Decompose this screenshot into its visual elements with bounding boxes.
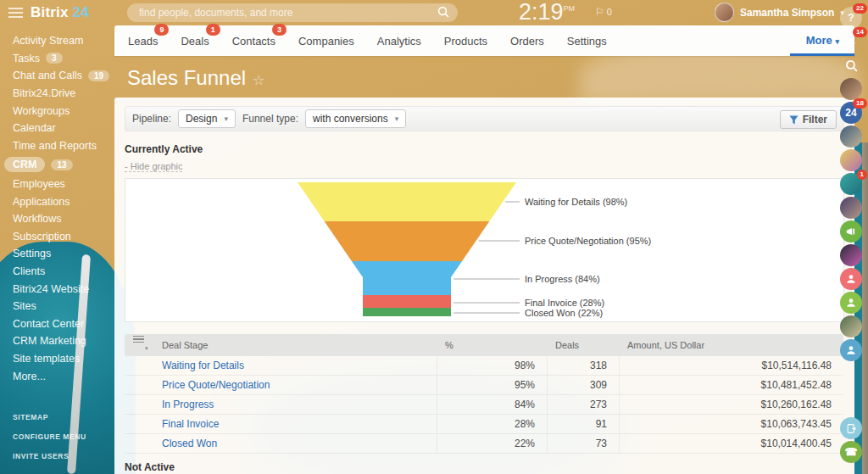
tab-contacts[interactable]: Contacts3	[232, 35, 275, 47]
rail-phone-icon[interactable]: ☎	[840, 441, 862, 463]
sidebar-item-label: Applications	[13, 196, 70, 208]
cell-percent: 95%	[437, 376, 547, 394]
funnel-segment-price-quote-negotiation[interactable]	[325, 221, 490, 261]
clock[interactable]: 2:19PM	[519, 0, 575, 25]
deal-stage-link[interactable]: Final Invoice	[162, 418, 219, 430]
column-header-amount[interactable]: Amount, US Dollar	[619, 340, 843, 350]
rail-avatar-5-icon[interactable]	[840, 244, 862, 266]
sidebar-item-clients[interactable]: Clients	[0, 263, 114, 281]
funnel-type-select[interactable]: with conversions▾	[305, 109, 406, 128]
cell-amount: $10,514,116.48	[619, 356, 843, 375]
column-header-deals[interactable]: Deals	[547, 340, 619, 350]
funnel-segment-in-progress[interactable]	[352, 261, 462, 295]
deal-stage-link[interactable]: Price Quote/Negotiation	[162, 379, 270, 391]
column-header-deal-stage[interactable]: Deal Stage	[153, 340, 437, 350]
rail-help-icon[interactable]: ?22	[840, 7, 862, 29]
flag-counter[interactable]: ⚐0	[595, 6, 612, 18]
rail-badge: 18	[853, 98, 867, 109]
sidebar-footer-links: SITEMAPCONFIGURE MENUINVITE USERS	[13, 413, 86, 471]
sidebar-item-label: Bitrix24.Drive	[13, 87, 75, 99]
sidebar-item-badge: 3	[46, 53, 63, 64]
rail-notifications-icon[interactable]: 14	[840, 31, 862, 53]
column-header-percent[interactable]: %	[437, 340, 547, 350]
sidebar-item-bitrix24-website[interactable]: Bitrix24 Website	[0, 280, 114, 298]
table-settings-icon[interactable]: ▾	[133, 336, 144, 355]
tab-analytics[interactable]: Analytics	[377, 35, 421, 47]
sidebar-link-invite-users[interactable]: INVITE USERS	[13, 452, 86, 460]
cell-deals: 318	[547, 356, 619, 375]
sidebar-item-workgroups[interactable]: Workgroups	[0, 102, 114, 120]
sidebar-item-site-templates[interactable]: Site templates	[0, 350, 114, 368]
sidebar-item-employees[interactable]: Employees	[0, 176, 114, 193]
rail-avatar-2-icon[interactable]	[840, 125, 862, 148]
chevron-down-icon: ▾	[224, 114, 228, 123]
sidebar-item-sites[interactable]: Sites	[0, 298, 114, 315]
user-menu[interactable]: Samantha Simpson ▾	[715, 3, 844, 22]
rail-avatar-4-icon[interactable]	[840, 197, 862, 219]
sidebar-item-subscription[interactable]: Subscription	[0, 228, 114, 246]
rail-search-icon[interactable]	[840, 54, 862, 76]
sidebar-item-crm-marketing[interactable]: CRM Marketing	[0, 332, 114, 350]
tab-orders[interactable]: Orders	[510, 35, 544, 47]
sidebar-item-crm[interactable]: CRM13	[0, 154, 114, 176]
sidebar-item-contact-center[interactable]: Contact Center	[0, 315, 114, 333]
tab-deals[interactable]: Deals1	[181, 35, 209, 47]
funnel-label: In Progress (84%)	[525, 274, 600, 284]
sidebar-item-activity-stream[interactable]: Activity Stream	[0, 32, 114, 50]
tab-companies[interactable]: Companies	[298, 35, 354, 47]
tab-leads[interactable]: Leads9	[128, 35, 158, 47]
currently-active-title: Currently Active	[125, 143, 844, 155]
favorite-star-icon[interactable]: ☆	[253, 73, 264, 87]
cell-deals: 309	[547, 376, 619, 394]
rail-contact-blue-icon[interactable]	[840, 339, 862, 361]
pipeline-select[interactable]: Design▾	[178, 109, 236, 128]
bitrix24-logo[interactable]: Bitrix 24	[31, 4, 89, 21]
table-row-gutter	[125, 376, 153, 394]
global-search-input[interactable]	[127, 3, 458, 22]
deal-stage-link[interactable]: Closed Won	[162, 438, 217, 449]
rail-avatar-1-icon[interactable]	[840, 78, 862, 100]
tab-settings[interactable]: Settings	[567, 35, 607, 47]
rail-contact-pink-icon[interactable]	[840, 268, 862, 290]
rail-bitrix24-icon[interactable]: 2418	[840, 102, 862, 124]
funnel-segment-closed-won[interactable]	[363, 308, 451, 316]
hamburger-menu-icon[interactable]	[8, 8, 23, 18]
rail-avatar-3-icon[interactable]	[840, 149, 862, 171]
deal-stage-link[interactable]: Waiting for Details	[162, 360, 244, 371]
sidebar-item-applications[interactable]: Applications	[0, 192, 114, 210]
hide-graphic-link[interactable]: - Hide graphic	[125, 161, 182, 172]
sidebar-item-chat-and-calls[interactable]: Chat and Calls19	[0, 67, 114, 85]
sidebar-item-bitrix24-drive[interactable]: Bitrix24.Drive	[0, 85, 114, 103]
sidebar-item-calendar[interactable]: Calendar	[0, 120, 114, 137]
rail-badge: 14	[853, 27, 867, 37]
sidebar-item-workflows[interactable]: Workflows	[0, 210, 114, 228]
cell-amount: $10,063,743.45	[619, 415, 843, 433]
sidebar-item-time-and-reports[interactable]: Time and Reports	[0, 137, 114, 155]
search-icon[interactable]	[437, 6, 449, 18]
rail-share-document-icon[interactable]	[840, 417, 862, 439]
sidebar-item-tasks[interactable]: Tasks3	[0, 50, 114, 68]
sidebar-item-more[interactable]: More...	[0, 367, 114, 385]
flag-icon: ⚐	[595, 6, 604, 18]
rail-avatar-6-icon[interactable]	[840, 315, 862, 337]
funnel-type-label: Funnel type:	[242, 113, 298, 125]
rail-marketing-icon[interactable]	[840, 220, 862, 243]
sidebar-link-configure-menu[interactable]: CONFIGURE MENU	[13, 432, 86, 441]
nav-more-button[interactable]: More ▾	[806, 34, 839, 47]
funnel-segment-final-invoice[interactable]	[363, 295, 451, 308]
funnel-segment-waiting-for-details[interactable]	[298, 182, 516, 221]
sidebar-link-sitemap[interactable]: SITEMAP	[13, 413, 86, 421]
rail-badge: 22	[853, 3, 867, 14]
rail-contact-green-icon[interactable]	[840, 292, 862, 314]
rail-chat-icon[interactable]: 1	[840, 173, 862, 195]
table-header-row: ▾ Deal Stage % Deals Amount, US Dollar	[125, 334, 843, 356]
cell-deals: 73	[547, 434, 619, 453]
rail-label: 24	[845, 107, 856, 119]
deal-stage-link[interactable]: In Progress	[162, 399, 214, 410]
filter-button[interactable]: Filter	[780, 110, 837, 129]
tab-label: Orders	[510, 35, 544, 47]
tab-products[interactable]: Products	[444, 35, 487, 47]
tab-label: Products	[444, 35, 487, 47]
sidebar-item-settings[interactable]: Settings	[0, 245, 114, 263]
sidebar-item-label: Tasks	[13, 53, 40, 64]
